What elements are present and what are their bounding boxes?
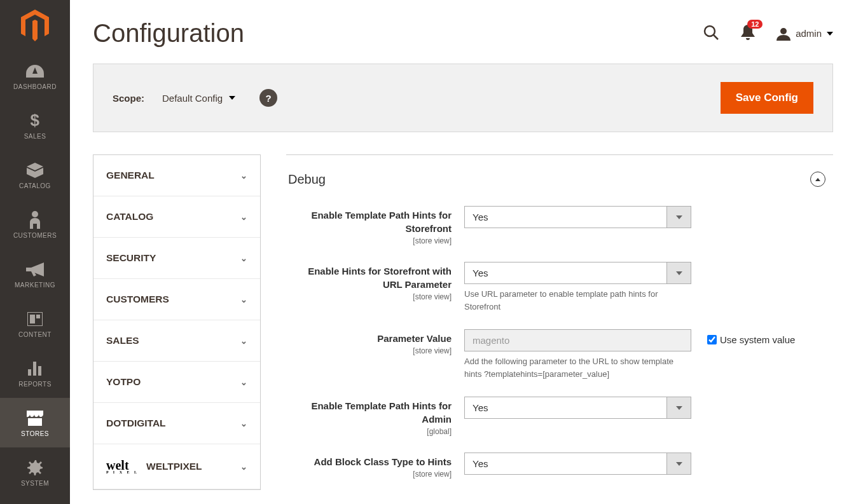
chevron-down-icon [667, 453, 691, 475]
config-nav-label: WELTPIXEL [146, 461, 202, 472]
chevron-down-icon: ⌄ [240, 462, 247, 472]
config-nav-customers[interactable]: CUSTOMERS⌄ [93, 279, 260, 320]
bars-icon [28, 359, 42, 378]
config-nav: GENERAL⌄ CATALOG⌄ SECURITY⌄ CUSTOMERS⌄ S… [93, 154, 261, 490]
user-icon [777, 27, 790, 41]
field-template-hints-admin: Enable Template Path Hints for Admin [gl… [286, 397, 833, 436]
config-nav-label: CUSTOMERS [106, 294, 169, 305]
magento-logo[interactable] [0, 0, 70, 51]
config-nav-label: CATALOG [106, 211, 153, 222]
field-label: Enable Template Path Hints for Admin [gl… [286, 397, 464, 436]
config-nav-label: DOTDIGITAL [106, 418, 166, 429]
section-header-debug[interactable]: Debug [286, 154, 833, 206]
sidebar-item-dashboard[interactable]: DASHBOARD [0, 51, 70, 100]
chevron-down-icon: ⌄ [240, 212, 247, 222]
sidebar-item-customers[interactable]: CUSTOMERS [0, 200, 70, 249]
svg-rect-6 [38, 366, 41, 376]
sidebar-item-content[interactable]: CONTENT [0, 299, 70, 348]
weltpixel-logo-icon: weltP I X E L [106, 459, 139, 474]
input-parameter-value[interactable] [464, 329, 691, 351]
search-icon[interactable] [703, 24, 719, 43]
page-title: Configuration [93, 19, 244, 48]
field-control: Yes [464, 453, 691, 475]
svg-rect-4 [28, 369, 31, 376]
checkbox-use-system-value[interactable] [707, 335, 717, 344]
svg-rect-2 [30, 315, 35, 324]
select-value: Yes [464, 206, 667, 228]
config-nav-catalog[interactable]: CATALOG⌄ [93, 196, 260, 238]
field-label: Add Block Class Type to Hints [store vie… [286, 453, 464, 479]
scope-select[interactable]: Default Config [162, 93, 235, 104]
sidebar-item-system[interactable]: SYSTEM [0, 447, 70, 497]
sidebar-item-label: DASHBOARD [13, 83, 57, 90]
gear-icon [27, 458, 43, 477]
config-nav-sales[interactable]: SALES⌄ [93, 320, 260, 362]
sidebar-item-label: CONTENT [18, 331, 52, 338]
field-hint: Use URL parameter to enable template pat… [464, 288, 691, 313]
field-control: Yes Use URL parameter to enable template… [464, 262, 691, 313]
config-nav-dotdigital[interactable]: DOTDIGITAL⌄ [93, 403, 260, 444]
scope-value: Default Config [162, 93, 223, 104]
field-control: Yes [464, 206, 691, 228]
page-header: Configuration 12 admin [70, 0, 849, 64]
sidebar-item-label: REPORTS [18, 381, 52, 388]
svg-point-9 [780, 28, 787, 34]
box-icon [27, 161, 43, 180]
svg-rect-3 [36, 315, 40, 318]
config-nav-general[interactable]: GENERAL⌄ [93, 155, 260, 196]
sidebar-item-label: MARKETING [15, 282, 55, 289]
sidebar-item-reports[interactable]: REPORTS [0, 348, 70, 398]
megaphone-icon [26, 260, 44, 279]
chevron-down-icon: ⌄ [240, 171, 247, 180]
sidebar-item-catalog[interactable]: CATALOG [0, 150, 70, 200]
config-nav-label: SECURITY [106, 252, 156, 264]
field-label: Enable Hints for Storefront with URL Par… [286, 262, 464, 301]
chevron-down-icon: ⌄ [240, 378, 247, 387]
main-content: Configuration 12 admin Scope: Default Co… [70, 0, 849, 490]
sidebar-item-stores[interactable]: STORES [0, 398, 70, 447]
user-menu[interactable]: admin [777, 27, 833, 41]
settings-panel: Debug Enable Template Path Hints for Sto… [286, 154, 833, 490]
config-nav-label: GENERAL [106, 170, 155, 181]
field-control: Yes [464, 397, 691, 419]
sidebar-item-label: SYSTEM [21, 480, 49, 487]
chevron-down-icon: ⌄ [240, 419, 247, 428]
sidebar-item-marketing[interactable]: MARKETING [0, 249, 70, 299]
help-icon[interactable]: ? [259, 89, 277, 107]
chevron-down-icon [229, 96, 235, 100]
select-hints-url-parameter[interactable]: Yes [464, 262, 691, 284]
config-nav-yotpo[interactable]: YOTPO⌄ [93, 362, 260, 403]
chevron-down-icon [667, 206, 691, 228]
scope-label: Scope: [113, 93, 144, 104]
svg-point-7 [705, 26, 715, 36]
chevron-down-icon: ⌄ [240, 336, 247, 346]
section-title: Debug [288, 172, 326, 187]
select-template-hints-admin[interactable]: Yes [464, 397, 691, 419]
field-hint: Add the following parameter to the URL t… [464, 355, 691, 380]
username: admin [796, 28, 822, 39]
config-nav-weltpixel[interactable]: weltP I X E L WELTPIXEL ⌄ [93, 444, 260, 489]
layout-icon [27, 310, 43, 329]
chevron-down-icon: ⌄ [240, 254, 247, 263]
select-block-class-hints[interactable]: Yes [464, 453, 691, 475]
notifications-button[interactable]: 12 [741, 25, 755, 43]
sidebar-item-label: CATALOG [19, 182, 51, 189]
field-hints-url-parameter: Enable Hints for Storefront with URL Par… [286, 262, 833, 313]
config-nav-security[interactable]: SECURITY⌄ [93, 238, 260, 279]
select-template-hints-storefront[interactable]: Yes [464, 206, 691, 228]
field-parameter-value: Parameter Value [store view] Add the fol… [286, 329, 833, 380]
admin-sidebar: DASHBOARD $ SALES CATALOG CUSTOMERS MARK… [0, 0, 70, 504]
sidebar-item-label: CUSTOMERS [13, 232, 57, 239]
collapse-icon [810, 172, 825, 187]
config-nav-label: SALES [106, 335, 139, 346]
svg-point-0 [32, 211, 38, 217]
chevron-down-icon [667, 397, 691, 419]
notifications-badge: 12 [747, 20, 763, 29]
sidebar-item-sales[interactable]: $ SALES [0, 100, 70, 150]
save-config-button[interactable]: Save Config [721, 82, 813, 114]
store-icon [27, 409, 43, 428]
dollar-icon: $ [31, 111, 40, 130]
select-value: Yes [464, 397, 667, 419]
field-label: Enable Template Path Hints for Storefron… [286, 206, 464, 245]
use-system-value: Use system value [691, 329, 795, 345]
